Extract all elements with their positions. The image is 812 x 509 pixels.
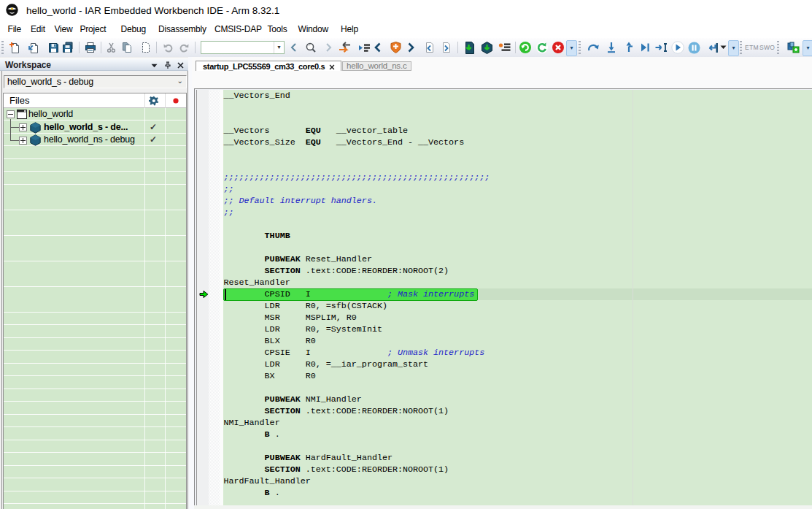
toolbar-overflow-button[interactable]: ▾ — [566, 40, 577, 56]
tree-row-label[interactable]: hello_world — [28, 108, 73, 121]
cut-button[interactable] — [102, 39, 120, 56]
go-button[interactable] — [669, 39, 687, 56]
tab-hello-world-ns[interactable]: hello_world_ns.c — [342, 61, 411, 71]
toolbar-grip[interactable] — [1, 41, 4, 54]
menu-view[interactable]: View — [55, 20, 73, 38]
execution-arrow-icon — [199, 290, 209, 299]
code-line: ;;;;;;;;;;;;;;;;;;;;;;;;;;;;;;;;;;;;;;;;… — [224, 172, 812, 183]
tab-label: startup_LPC55S69_cm33_core0.s — [203, 61, 325, 72]
step-out-button[interactable] — [620, 39, 638, 56]
break-button[interactable] — [533, 39, 551, 56]
check-icon: ✓ — [150, 121, 157, 134]
breakpoint-shield-icon — [390, 42, 401, 53]
find-dropdown-button[interactable]: ▼ — [274, 42, 284, 53]
find-next-button[interactable] — [320, 39, 337, 56]
open-document-button[interactable] — [25, 39, 42, 56]
menu-tools[interactable]: Tools — [268, 20, 287, 38]
tab-startup-file[interactable]: startup_LPC55S69_cm33_core0.s — [196, 61, 341, 71]
navigate-forward-button[interactable] — [402, 39, 419, 56]
print-button[interactable] — [82, 39, 99, 56]
code-line: PUBWEAK Reset_Handler — [224, 253, 812, 265]
swo-button[interactable]: SWO — [759, 39, 775, 56]
workspace-close-button[interactable] — [176, 61, 185, 70]
collapse-icon[interactable] — [7, 110, 15, 118]
menu-edit[interactable]: Edit — [31, 20, 45, 38]
find-input[interactable] — [202, 42, 277, 53]
next-document-button[interactable] — [438, 39, 455, 56]
menu-bar: File Edit View Project Debug Disassembly… — [0, 20, 812, 38]
menu-help[interactable]: Help — [341, 20, 358, 38]
paste-button[interactable] — [137, 39, 155, 56]
toolbar-separator — [79, 42, 80, 53]
run-to-cursor-button[interactable] — [652, 39, 670, 56]
step-into-icon — [606, 42, 617, 53]
toolbar-overflow-button[interactable]: ▾ — [803, 40, 812, 56]
expand-icon[interactable] — [19, 123, 27, 131]
redo-button[interactable] — [175, 39, 193, 56]
toolbar-overflow-button[interactable]: ▾ — [728, 40, 739, 56]
menu-disassembly[interactable]: Disassembly — [158, 20, 206, 38]
workspace-panel-header[interactable]: Workspace — [0, 58, 188, 71]
navigate-swap-button[interactable] — [336, 39, 353, 56]
navigate-backward-button[interactable] — [369, 39, 387, 56]
toolbar-separator — [156, 42, 157, 53]
find-button[interactable] — [302, 39, 320, 56]
toolbar-grip[interactable] — [777, 41, 779, 54]
column-separator — [165, 93, 166, 108]
previous-document-button[interactable] — [421, 39, 438, 56]
dropdown-icon — [151, 64, 158, 68]
toolbar-grip[interactable] — [740, 41, 742, 54]
close-icon — [177, 62, 184, 69]
expand-icon[interactable] — [19, 137, 27, 145]
debug-without-downloading-button[interactable] — [478, 39, 495, 56]
output-dot-icon[interactable] — [173, 98, 179, 104]
panel-splitter[interactable] — [188, 57, 194, 509]
step-over-button[interactable] — [585, 39, 603, 56]
copy-button[interactable] — [118, 39, 136, 56]
next-statement-button[interactable] — [636, 39, 654, 56]
toolbar-grip[interactable] — [579, 41, 581, 54]
step-into-button[interactable] — [603, 39, 620, 56]
tree-row-target-s[interactable]: hello_world_s - de... ✓ — [4, 121, 186, 134]
document-back-icon — [424, 42, 436, 53]
files-column-header[interactable]: Files — [9, 93, 29, 107]
tree-row-label[interactable]: hello_world_ns - debug — [44, 134, 135, 147]
code-text-area[interactable]: __Vectors_End__Vectors EQU __vector_tabl… — [224, 90, 812, 505]
download-and-debug-button[interactable] — [461, 39, 479, 56]
toolbar-separator — [515, 42, 516, 53]
break-pause-button[interactable] — [685, 39, 703, 56]
tree-row-project[interactable]: hello_world — [4, 108, 186, 121]
debug-more-dropdown[interactable] — [718, 39, 728, 56]
menu-cmsis-dap[interactable]: CMSIS-DAP — [214, 20, 262, 38]
new-document-button[interactable] — [6, 39, 23, 56]
menu-file[interactable]: File — [8, 20, 22, 38]
save-all-button[interactable] — [59, 39, 77, 56]
breakpoints-window-button[interactable] — [495, 39, 513, 56]
tree-row-label[interactable]: hello_world_s - de... — [44, 121, 128, 134]
find-combo[interactable]: ▼ — [201, 41, 285, 54]
tree-row-target-ns[interactable]: hello_world_ns - debug ✓ — [4, 134, 186, 147]
config-selector[interactable]: hello_world_s - debug ⌄ — [4, 75, 187, 88]
find-previous-button[interactable] — [285, 39, 303, 56]
tab-close-icon[interactable] — [328, 64, 336, 71]
resource-meter-button[interactable] — [784, 39, 802, 56]
chevron-left-bold-icon — [373, 42, 383, 53]
column-separator — [144, 108, 145, 509]
stop-debugging-button[interactable] — [549, 39, 567, 56]
column-separator — [165, 108, 166, 509]
menu-project[interactable]: Project — [80, 20, 107, 38]
gear-icon[interactable] — [149, 96, 159, 106]
tab-label: hello_world_ns.c — [347, 62, 406, 70]
code-line: ;; Default interrupt handlers. — [224, 195, 812, 207]
pin-button[interactable] — [163, 61, 172, 70]
document-forward-icon — [441, 42, 452, 53]
menu-window[interactable]: Window — [298, 20, 328, 38]
step-out-icon — [623, 42, 635, 53]
pause-icon — [688, 42, 700, 54]
code-line — [224, 382, 812, 394]
code-line: HardFault_Handler — [224, 475, 812, 487]
reset-button[interactable] — [517, 39, 534, 56]
etm-button[interactable]: ETM — [745, 39, 759, 56]
window-menu-button[interactable] — [150, 61, 159, 70]
menu-debug[interactable]: Debug — [121, 20, 146, 38]
